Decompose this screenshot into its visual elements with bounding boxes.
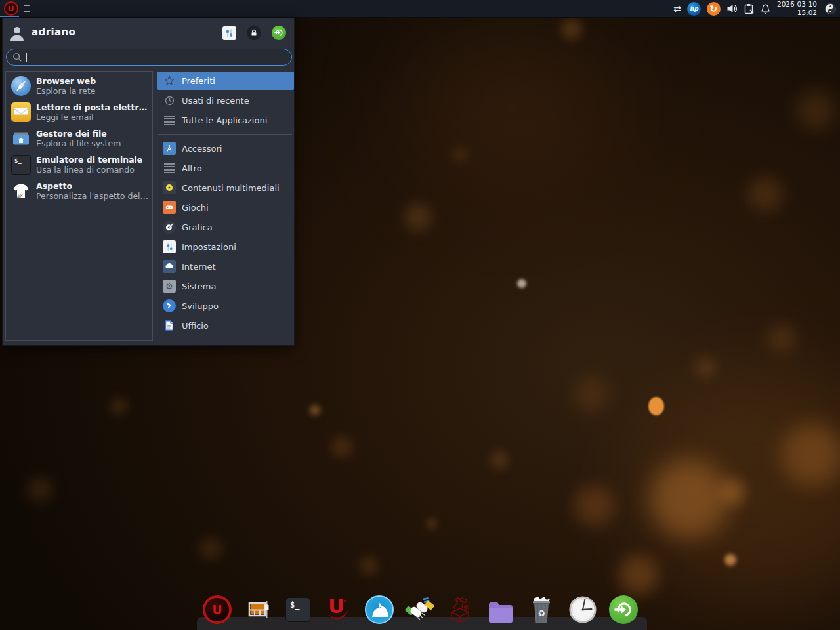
u-application-icon: U	[325, 595, 351, 625]
bokeh-light	[561, 18, 582, 39]
log-out-button[interactable]	[272, 26, 286, 40]
svg-text:♻: ♻	[537, 608, 545, 618]
lock-icon	[247, 26, 261, 40]
bokeh-light	[331, 436, 352, 457]
system-tray: ⇄ hp ↻ 2026-03-10 15:02	[673, 0, 840, 17]
category-sistema[interactable]: ⚙ Sistema	[157, 276, 294, 296]
category-impostazioni[interactable]: Impostazioni	[157, 237, 294, 257]
category-label: Sistema	[182, 282, 216, 291]
gear-icon: ⚙	[163, 280, 176, 293]
bokeh-light	[796, 91, 835, 130]
distro-logo-icon: U	[203, 595, 232, 624]
favorites-list: Browser web Esplora la rete Lettore di p…	[5, 71, 153, 341]
category-tutte-le-applicazioni[interactable]: Tutte le Applicazioni	[157, 110, 294, 130]
update-notifier-icon[interactable]: ↻	[707, 2, 721, 16]
category-preferiti[interactable]: Preferiti	[157, 72, 294, 90]
bokeh-light	[200, 538, 221, 559]
bokeh-light	[427, 518, 437, 529]
dock-terminal[interactable]: $_	[283, 595, 313, 625]
favorite-item-mail[interactable]: Lettore di posta elettr… Leggi le email	[6, 99, 152, 125]
favorite-item-appearance[interactable]: Aspetto Personalizza l'aspetto del…	[6, 178, 152, 204]
category-altro[interactable]: Altro	[157, 158, 294, 178]
log-out-icon	[609, 595, 638, 624]
bokeh-light	[407, 26, 617, 184]
bokeh-light	[491, 452, 508, 469]
favorite-subtitle: Esplora la rete	[36, 86, 96, 96]
mail-reader-icon	[11, 102, 31, 122]
favorite-text: Browser web Esplora la rete	[36, 76, 96, 96]
search-input[interactable]	[30, 52, 291, 62]
star-icon	[163, 74, 176, 87]
category-label: Impostazioni	[182, 242, 236, 252]
favorite-subtitle: Esplora il file system	[36, 138, 121, 148]
bokeh-light	[360, 556, 378, 575]
dock-log-out[interactable]	[608, 595, 639, 625]
favorite-item-browser[interactable]: Browser web Esplora la rete	[6, 73, 152, 99]
category-list: Preferiti Usati di recente Tutte le Appl…	[157, 71, 294, 335]
search-box[interactable]	[6, 49, 292, 66]
category-ufficio[interactable]: Ufficio	[157, 316, 294, 335]
favorite-item-terminal[interactable]: $_ Emulatore di terminale Usa la linea d…	[6, 152, 152, 178]
category-label: Internet	[182, 262, 216, 272]
category-giochi[interactable]: Giochi	[157, 198, 294, 217]
history-clock-icon	[163, 94, 176, 107]
bokeh-light	[748, 177, 782, 211]
category-contenuti-multimediali[interactable]: Contenuti multimediali	[157, 178, 294, 198]
category-separator	[158, 134, 292, 135]
category-accessori[interactable]: Accessori	[157, 138, 294, 158]
hp-device-icon[interactable]: hp	[687, 2, 701, 16]
category-label: Altro	[182, 163, 202, 173]
text-caret	[26, 52, 27, 62]
dock-u-application[interactable]: U	[323, 595, 353, 625]
favorite-title: Lettore di posta elettr…	[36, 102, 147, 112]
bokeh-light	[574, 377, 608, 411]
category-label: Tutte le Applicazioni	[182, 116, 267, 125]
bokeh-light	[724, 554, 736, 566]
dock-media-editor[interactable]	[243, 595, 273, 625]
applications-menu-button[interactable]: U	[4, 1, 18, 16]
date-text: 2026-03-10	[777, 0, 817, 9]
cloud-icon	[163, 260, 176, 273]
favorite-text: Emulatore di terminale Usa la linea di c…	[36, 155, 142, 175]
accessories-icon	[163, 142, 176, 155]
trash-icon: ♻	[528, 595, 555, 625]
bokeh-light	[310, 405, 320, 415]
user-avatar[interactable]	[8, 24, 26, 43]
file-manager-icon	[11, 129, 31, 148]
clipboard-icon[interactable]	[744, 3, 754, 14]
toolbox-icon	[445, 595, 475, 625]
yin-yang-icon[interactable]	[824, 3, 837, 15]
swap-arrows-icon[interactable]: ⇄	[673, 4, 681, 13]
volume-icon[interactable]	[726, 3, 738, 14]
clock-datetime[interactable]: 2026-03-10 15:02	[777, 0, 817, 16]
category-usati-di-recente[interactable]: Usati di recente	[157, 91, 294, 110]
category-sviluppo[interactable]: Sviluppo	[157, 296, 294, 316]
dock-collaboration[interactable]	[405, 595, 435, 625]
dock-trash[interactable]: ♻	[526, 595, 556, 625]
terminal-icon: $_	[11, 155, 31, 175]
category-grafica[interactable]: Grafica	[157, 217, 294, 237]
folder-icon	[488, 600, 514, 623]
lock-screen-button[interactable]	[247, 26, 261, 40]
category-label: Grafica	[182, 222, 213, 232]
bokeh-light	[453, 148, 467, 162]
dock-toolbox[interactable]	[445, 595, 475, 625]
dock-wolf-browser[interactable]	[364, 595, 394, 625]
dock-file-manager[interactable]	[486, 595, 516, 625]
bokeh-light	[28, 477, 52, 502]
dock-clock[interactable]	[568, 595, 598, 625]
active-indicator	[0, 16, 19, 17]
notifications-bell-icon[interactable]	[760, 3, 771, 14]
favorite-item-files[interactable]: Gestore dei file Esplora il file system	[6, 125, 152, 152]
settings-sliders-icon	[222, 26, 236, 40]
bokeh-light	[768, 325, 795, 352]
dock-distro-logo[interactable]: U	[202, 595, 232, 625]
media-disc-icon	[163, 181, 176, 194]
panel-left: U	[0, 0, 30, 17]
favorite-text: Gestore dei file Esplora il file system	[36, 129, 121, 148]
list-lines-icon	[163, 161, 176, 175]
category-internet[interactable]: Internet	[157, 257, 294, 276]
hamburger-icon[interactable]	[24, 5, 30, 12]
all-settings-button[interactable]	[222, 26, 236, 40]
list-lines-icon	[163, 114, 176, 127]
